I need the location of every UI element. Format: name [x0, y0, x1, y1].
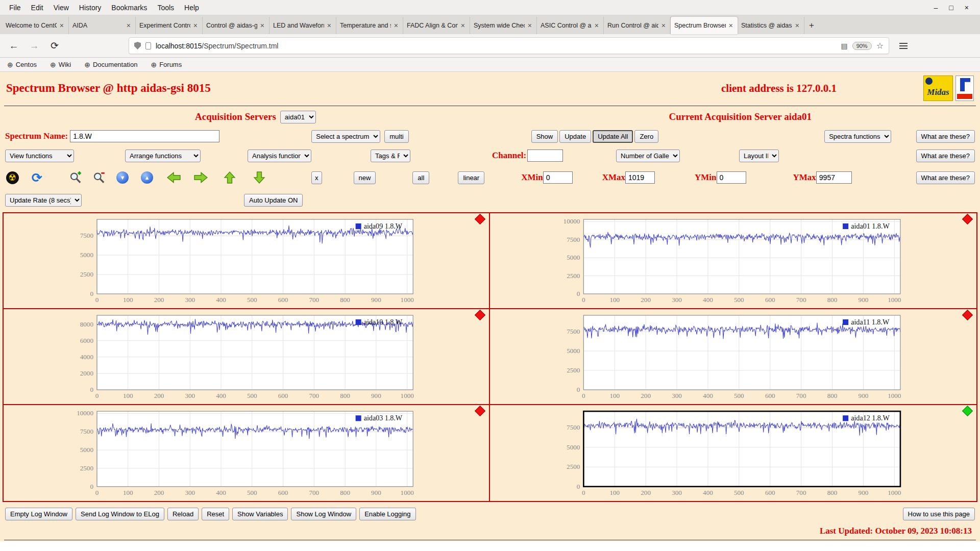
- maximize-button[interactable]: □: [949, 4, 953, 12]
- bookmark-wiki[interactable]: ⊕Wiki: [50, 61, 71, 69]
- arrow-left-icon[interactable]: [166, 170, 181, 185]
- tab-close-icon[interactable]: ×: [460, 21, 466, 30]
- url-input[interactable]: localhost:8015/Spectrum/Spectrum.tml: [156, 42, 836, 50]
- minimize-button[interactable]: –: [934, 4, 938, 12]
- tab-temperature-and-s[interactable]: Temperature and s×: [336, 17, 403, 34]
- spectrum-plot-aida09[interactable]: 0100200300400500600700800900100002500500…: [4, 213, 490, 309]
- tab-control-aidas-g[interactable]: Control @ aidas-g×: [203, 17, 270, 34]
- update-rate-dropdown[interactable]: Update Rate (8 secs): [5, 194, 82, 207]
- what-are-these-button-1[interactable]: What are these?: [916, 130, 975, 143]
- multi-button[interactable]: multi: [384, 130, 408, 143]
- number-of-galleries-dropdown[interactable]: Number of Galleries: [616, 149, 680, 162]
- forward-icon[interactable]: →: [27, 38, 42, 54]
- spectrum-plot-aida01[interactable]: 0100200300400500600700800900100002500500…: [490, 213, 976, 309]
- what-are-these-button-2[interactable]: What are these?: [916, 149, 975, 162]
- all-button[interactable]: all: [412, 171, 429, 184]
- zero-button[interactable]: Zero: [634, 130, 658, 143]
- tab-close-icon[interactable]: ×: [393, 21, 399, 30]
- menu-bookmarks[interactable]: Bookmarks: [106, 2, 152, 14]
- tab-welcome-to-cento[interactable]: Welcome to CentO×: [2, 17, 69, 34]
- zoom-out-icon[interactable]: [92, 170, 106, 185]
- spectrum-plot-aida03[interactable]: 0100200300400500600700800900100002500500…: [4, 405, 490, 501]
- xmax-input[interactable]: [625, 171, 655, 184]
- refresh-icon[interactable]: ⟳: [30, 170, 44, 185]
- tab-run-control-aida[interactable]: Run Control @ aida×: [604, 17, 671, 34]
- tab-spectrum-browser[interactable]: Spectrum Browser×: [671, 17, 738, 34]
- arrow-down-icon[interactable]: [252, 170, 266, 185]
- show-log-window-button[interactable]: Show Log Window: [291, 508, 356, 520]
- new-button[interactable]: new: [354, 171, 376, 184]
- radioactive-icon[interactable]: ☢: [5, 170, 19, 185]
- tab-statistics-aidas[interactable]: Statistics @ aidas×: [738, 17, 804, 34]
- layout-id-dropdown[interactable]: Layout ID=7: [739, 149, 779, 162]
- arrange-functions-dropdown[interactable]: Arrange functions: [125, 149, 201, 162]
- analysis-functions-dropdown[interactable]: Analysis functions: [248, 149, 311, 162]
- arrow-right-icon[interactable]: [194, 170, 208, 185]
- scroll-down-icon[interactable]: ▼: [115, 170, 130, 185]
- spectrum-plot-aida11[interactable]: 0100200300400500600700800900100002500500…: [490, 309, 976, 405]
- spectrum-name-input[interactable]: [70, 130, 219, 142]
- menu-file[interactable]: File: [4, 2, 26, 14]
- bookmark-forums[interactable]: ⊕Forums: [151, 61, 182, 69]
- bookmark-star-icon[interactable]: ☆: [876, 41, 884, 51]
- menu-edit[interactable]: Edit: [26, 2, 48, 14]
- spectra-functions-dropdown[interactable]: Spectra functions: [824, 130, 891, 143]
- how-to-use-button[interactable]: How to use this page: [903, 508, 975, 520]
- url-bar[interactable]: localhost:8015/Spectrum/Spectrum.tml ▤ 9…: [129, 37, 889, 54]
- back-icon[interactable]: ←: [6, 38, 21, 54]
- send-log-window-to-elog-button[interactable]: Send Log Window to ELog: [76, 508, 164, 520]
- close-window-button[interactable]: ×: [965, 4, 969, 12]
- select-spectrum-dropdown[interactable]: Select a spectrum: [311, 130, 380, 143]
- bookmark-documentation[interactable]: ⊕Documentation: [84, 61, 137, 69]
- zoom-level-badge[interactable]: 90%: [852, 42, 872, 50]
- acquisition-server-select[interactable]: aida01: [280, 111, 316, 123]
- show-button[interactable]: Show: [531, 130, 558, 143]
- menu-view[interactable]: View: [48, 2, 74, 14]
- update-all-button[interactable]: Update All: [593, 130, 633, 143]
- tags-fits-dropdown[interactable]: Tags & Fits: [371, 149, 410, 162]
- tracking-shield-icon[interactable]: [134, 42, 141, 49]
- spectrum-plot-aida10[interactable]: 0100200300400500600700800900100002000400…: [4, 309, 490, 405]
- tab-experiment-contro[interactable]: Experiment Contro×: [136, 17, 203, 34]
- what-are-these-button-3[interactable]: What are these?: [916, 171, 975, 184]
- tab-system-wide-check[interactable]: System wide Check×: [470, 17, 537, 34]
- app-menu-icon[interactable]: [897, 41, 910, 51]
- tab-aida[interactable]: AIDA×: [69, 17, 136, 34]
- tab-close-icon[interactable]: ×: [527, 21, 533, 30]
- ymax-input[interactable]: [816, 171, 852, 184]
- show-variables-button[interactable]: Show Variables: [232, 508, 288, 520]
- site-info-icon[interactable]: [145, 42, 151, 49]
- bookmark-centos[interactable]: ⊕Centos: [7, 61, 37, 69]
- tab-led-and-waveform[interactable]: LED and Waveform×: [270, 17, 336, 34]
- spectrum-plot-aida12[interactable]: 0100200300400500600700800900100002500500…: [490, 405, 976, 501]
- ymin-input[interactable]: [717, 171, 746, 184]
- tab-close-icon[interactable]: ×: [728, 21, 734, 30]
- tab-close-icon[interactable]: ×: [326, 21, 332, 30]
- reset-button[interactable]: Reset: [202, 508, 229, 520]
- tab-fadc-align-cont[interactable]: FADC Align & Cont×: [403, 17, 470, 34]
- tab-close-icon[interactable]: ×: [259, 21, 265, 30]
- enable-logging-button[interactable]: Enable Logging: [359, 508, 415, 520]
- view-functions-dropdown[interactable]: View functions: [5, 149, 74, 162]
- tab-close-icon[interactable]: ×: [126, 21, 132, 30]
- tab-asic-control-aid[interactable]: ASIC Control @ aid×: [537, 17, 604, 34]
- update-button[interactable]: Update: [559, 130, 591, 143]
- menu-help[interactable]: Help: [179, 2, 204, 14]
- tab-close-icon[interactable]: ×: [59, 21, 65, 30]
- zoom-in-icon[interactable]: [68, 170, 83, 185]
- empty-log-window-button[interactable]: Empty Log Window: [5, 508, 72, 520]
- channel-input[interactable]: [527, 149, 563, 162]
- reader-mode-icon[interactable]: ▤: [841, 42, 847, 50]
- tab-close-icon[interactable]: ×: [794, 21, 800, 30]
- xmin-input[interactable]: [543, 171, 573, 184]
- auto-update-button[interactable]: Auto Update ON: [244, 194, 303, 207]
- reload-icon[interactable]: ⟳: [47, 38, 62, 54]
- x-button[interactable]: x: [311, 171, 322, 184]
- tab-close-icon[interactable]: ×: [192, 21, 199, 30]
- new-tab-icon[interactable]: +: [804, 17, 819, 34]
- tab-close-icon[interactable]: ×: [594, 21, 600, 30]
- menu-tools[interactable]: Tools: [152, 2, 179, 14]
- linear-button[interactable]: linear: [458, 171, 484, 184]
- menu-history[interactable]: History: [74, 2, 107, 14]
- reload-button[interactable]: Reload: [167, 508, 199, 520]
